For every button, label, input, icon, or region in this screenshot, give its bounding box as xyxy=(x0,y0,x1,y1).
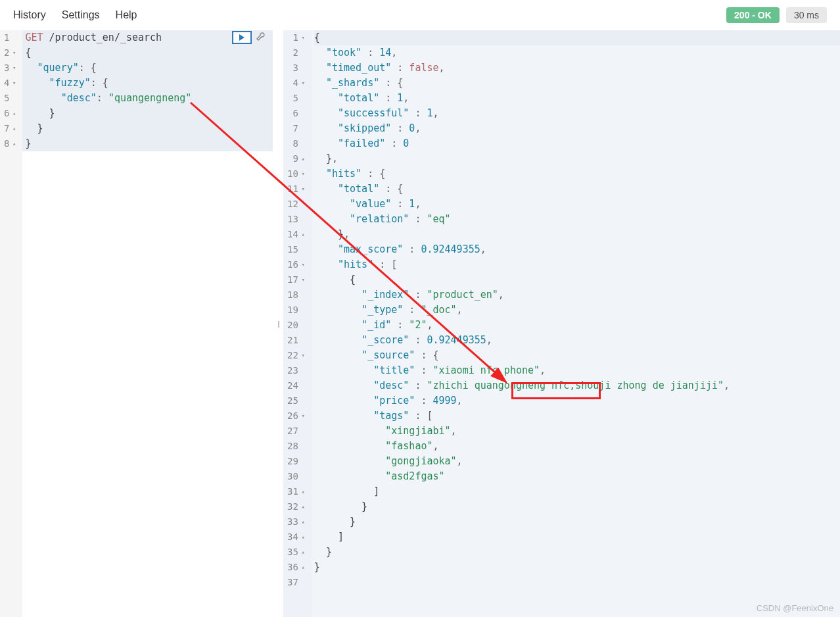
fuzzy-query-value: "quangengneng" xyxy=(108,92,191,104)
response-viewer[interactable]: { "took" : 14, "timed_out" : false, "_sh… xyxy=(312,30,840,617)
menu-history[interactable]: History xyxy=(13,9,46,21)
panel-divider[interactable] xyxy=(273,30,283,617)
request-path: /product_en/_search xyxy=(49,32,162,43)
request-gutter: 12▾3▾4▾56▴7▴8▴ xyxy=(0,30,22,617)
menubar: History Settings Help 200 - OK 30 ms xyxy=(0,0,840,30)
request-editor[interactable]: GET /product_en/_search { "query": { "fu… xyxy=(22,30,273,617)
menu-settings[interactable]: Settings xyxy=(62,9,100,21)
run-button[interactable] xyxy=(232,31,252,44)
status-badge: 200 - OK xyxy=(726,7,780,23)
time-badge: 30 ms xyxy=(786,7,827,23)
http-method: GET xyxy=(25,32,43,43)
watermark: CSDN @FeenixOne xyxy=(757,603,833,613)
wrench-icon[interactable] xyxy=(256,32,266,47)
request-panel: 12▾3▾4▾56▴7▴8▴ GET /product_en/_search {… xyxy=(0,30,273,617)
matched-term: quangongneng xyxy=(475,380,546,391)
response-gutter: 1▾234▾56789▴10▾11▾121314▴1516▾17▾1819202… xyxy=(283,30,312,617)
response-panel: 1▾234▾56789▴10▾11▾121314▴1516▾17▾1819202… xyxy=(283,30,840,617)
menu-help[interactable]: Help xyxy=(116,9,137,21)
